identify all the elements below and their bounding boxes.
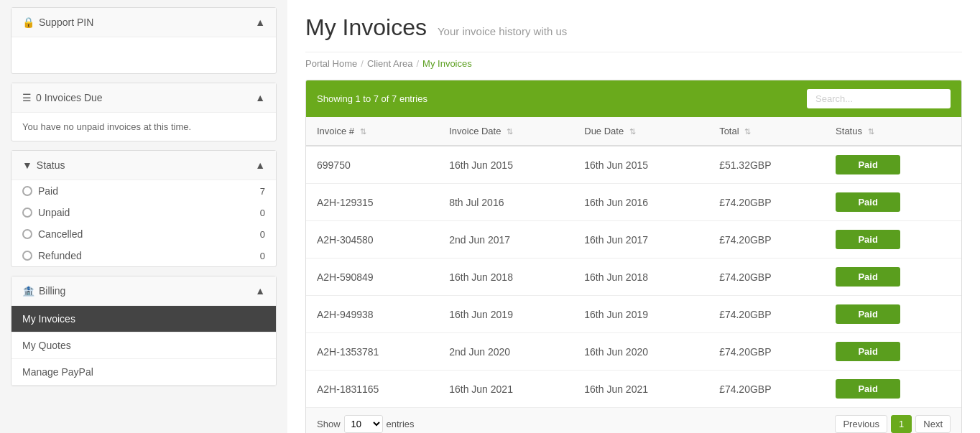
cell-total: £74.20GBP bbox=[708, 371, 825, 408]
cell-total: £51.32GBP bbox=[708, 146, 825, 184]
paid-status-button[interactable]: Paid bbox=[836, 379, 900, 399]
invoices-table: Invoice # ⇅ Invoice Date ⇅ Due Date ⇅ To… bbox=[306, 117, 961, 407]
paid-status-button[interactable]: Paid bbox=[836, 192, 900, 212]
support-pin-label: Support PIN bbox=[39, 17, 93, 28]
cell-status: Paid bbox=[825, 371, 961, 408]
support-pin-body bbox=[11, 37, 276, 73]
main-content: My Invoices Your invoice history with us… bbox=[287, 0, 980, 433]
cell-status: Paid bbox=[825, 184, 961, 221]
filter-icon: ▼ bbox=[22, 159, 32, 171]
sort-icon-due-date: ⇅ bbox=[629, 127, 636, 136]
cell-status: Paid bbox=[825, 296, 961, 333]
chevron-up-icon-3: ▲ bbox=[255, 159, 265, 171]
status-filter-label-cancelled: Cancelled bbox=[22, 228, 83, 240]
cell-invoice-date: 2nd Jun 2017 bbox=[438, 221, 573, 259]
paid-status-button[interactable]: Paid bbox=[836, 267, 900, 287]
breadcrumb-sep-2: / bbox=[416, 58, 419, 69]
cell-invoice-date: 16th Jun 2019 bbox=[438, 296, 573, 333]
paid-status-button[interactable]: Paid bbox=[836, 155, 900, 174]
status-count: 0 bbox=[260, 229, 265, 240]
cell-invoice-date: 16th Jun 2018 bbox=[438, 259, 573, 296]
support-pin-section: 🔒 Support PIN ▲ bbox=[11, 7, 277, 74]
table-row: A2H-949938 16th Jun 2019 16th Jun 2019 £… bbox=[306, 296, 961, 333]
cell-status: Paid bbox=[825, 259, 961, 296]
radio-circle bbox=[22, 186, 32, 196]
status-filter-item[interactable]: Paid 7 bbox=[11, 180, 276, 202]
cell-invoice-date: 2nd Jun 2020 bbox=[438, 333, 573, 371]
lock-icon: 🔒 bbox=[22, 17, 34, 28]
invoices-due-text: You have no unpaid invoices at this time… bbox=[22, 121, 191, 132]
table-row: A2H-304580 2nd Jun 2017 16th Jun 2017 £7… bbox=[306, 221, 961, 259]
cell-due-date: 16th Jun 2015 bbox=[573, 146, 708, 184]
status-filter-item[interactable]: Unpaid 0 bbox=[11, 202, 276, 223]
cell-invoice: A2H-1831165 bbox=[306, 371, 438, 408]
cell-status: Paid bbox=[825, 146, 961, 184]
table-footer: Show 10 25 50 100 entries Previous 1 Nex… bbox=[306, 407, 961, 433]
previous-page-button[interactable]: Previous bbox=[835, 415, 887, 433]
table-row: A2H-590849 16th Jun 2018 16th Jun 2018 £… bbox=[306, 259, 961, 296]
sort-icon-invoice: ⇅ bbox=[360, 127, 366, 136]
sort-icon-invoice-date: ⇅ bbox=[507, 127, 513, 136]
page-1-button[interactable]: 1 bbox=[891, 415, 912, 433]
status-filter-label-refunded: Refunded bbox=[22, 250, 82, 261]
col-due-date[interactable]: Due Date ⇅ bbox=[573, 117, 708, 146]
radio-circle bbox=[22, 251, 32, 261]
status-filters-body: Paid 7 Unpaid 0 Cancelled 0 Refunded 0 bbox=[11, 180, 276, 266]
paid-status-button[interactable]: Paid bbox=[836, 230, 900, 249]
billing-label: Billing bbox=[39, 285, 65, 297]
col-invoice-date[interactable]: Invoice Date ⇅ bbox=[438, 117, 573, 146]
status-filter-item[interactable]: Refunded 0 bbox=[11, 245, 276, 266]
status-filter-item[interactable]: Cancelled 0 bbox=[11, 223, 276, 245]
col-invoice[interactable]: Invoice # ⇅ bbox=[306, 117, 438, 146]
search-input[interactable] bbox=[807, 89, 951, 108]
status-filter-section: ▼ Status ▲ Paid 7 Unpaid 0 Cancelled bbox=[11, 150, 277, 267]
showing-text: Showing 1 to 7 of 7 entries bbox=[317, 93, 427, 104]
invoices-table-container: Showing 1 to 7 of 7 entries Invoice # ⇅ … bbox=[305, 80, 962, 433]
cell-total: £74.20GBP bbox=[708, 184, 825, 221]
status-count: 0 bbox=[260, 208, 265, 218]
sort-icon-status: ⇅ bbox=[868, 127, 874, 136]
pagination: Previous 1 Next bbox=[835, 415, 951, 433]
status-count: 0 bbox=[260, 251, 265, 261]
billing-icon: 🏦 bbox=[22, 285, 34, 297]
next-page-button[interactable]: Next bbox=[915, 415, 951, 433]
breadcrumb-client-area[interactable]: Client Area bbox=[367, 58, 413, 69]
billing-header[interactable]: 🏦 Billing ▲ bbox=[11, 276, 276, 306]
radio-circle bbox=[22, 208, 32, 218]
show-label: Show bbox=[317, 419, 341, 429]
status-filter-label-paid: Paid bbox=[22, 185, 58, 197]
cell-total: £74.20GBP bbox=[708, 296, 825, 333]
breadcrumb-current: My Invoices bbox=[422, 58, 472, 69]
nav-item-my-invoices[interactable]: My Invoices bbox=[11, 306, 276, 332]
sort-icon-total: ⇅ bbox=[744, 127, 751, 136]
breadcrumb-sep-1: / bbox=[361, 58, 364, 69]
cell-status: Paid bbox=[825, 333, 961, 371]
cell-total: £74.20GBP bbox=[708, 221, 825, 259]
invoices-due-header[interactable]: ☰ 0 Invoices Due ▲ bbox=[11, 83, 276, 113]
breadcrumb: Portal Home / Client Area / My Invoices bbox=[305, 58, 962, 69]
cell-total: £74.20GBP bbox=[708, 259, 825, 296]
col-total[interactable]: Total ⇅ bbox=[708, 117, 825, 146]
radio-circle bbox=[22, 229, 32, 239]
table-row: 699750 16th Jun 2015 16th Jun 2015 £51.3… bbox=[306, 146, 961, 184]
breadcrumb-portal-home[interactable]: Portal Home bbox=[305, 58, 357, 69]
cell-due-date: 16th Jun 2019 bbox=[573, 296, 708, 333]
page-subtitle: Your invoice history with us bbox=[438, 25, 567, 37]
nav-item-manage-paypal[interactable]: Manage PayPal bbox=[11, 359, 276, 386]
entries-select[interactable]: 10 25 50 100 bbox=[344, 415, 383, 433]
paid-status-button[interactable]: Paid bbox=[836, 342, 900, 361]
cell-invoice: A2H-304580 bbox=[306, 221, 438, 259]
chevron-up-icon-4: ▲ bbox=[255, 285, 265, 297]
cell-invoice: A2H-590849 bbox=[306, 259, 438, 296]
nav-item-my-quotes[interactable]: My Quotes bbox=[11, 332, 276, 359]
chevron-up-icon-2: ▲ bbox=[255, 92, 265, 103]
status-filter-header[interactable]: ▼ Status ▲ bbox=[11, 151, 276, 180]
support-pin-header[interactable]: 🔒 Support PIN ▲ bbox=[11, 8, 276, 37]
cell-invoice: 699750 bbox=[306, 146, 438, 184]
cell-invoice-date: 16th Jun 2021 bbox=[438, 371, 573, 408]
paid-status-button[interactable]: Paid bbox=[836, 304, 900, 324]
table-header-row: Invoice # ⇅ Invoice Date ⇅ Due Date ⇅ To… bbox=[306, 117, 961, 146]
col-status[interactable]: Status ⇅ bbox=[825, 117, 961, 146]
table-row: A2H-1831165 16th Jun 2021 16th Jun 2021 … bbox=[306, 371, 961, 408]
chevron-up-icon: ▲ bbox=[255, 17, 265, 28]
